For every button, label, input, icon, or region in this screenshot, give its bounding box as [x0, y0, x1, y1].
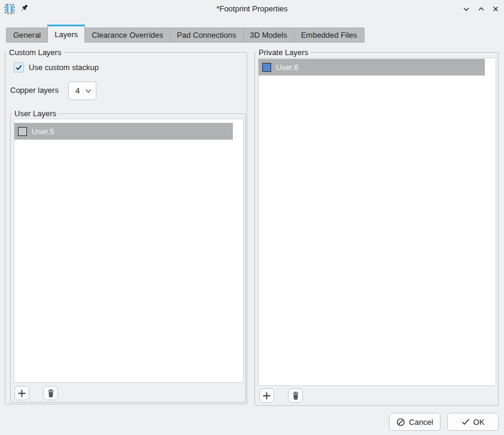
delete-private-layer-button[interactable] [288, 388, 303, 403]
layer-visibility-checkbox[interactable] [18, 127, 27, 136]
ok-button[interactable]: OK [447, 413, 499, 431]
user-layers-list: User.5 [14, 119, 244, 383]
private-layers-group: Private Layers User.6 [254, 52, 499, 406]
layer-color-swatch[interactable] [262, 63, 271, 72]
use-custom-stackup-label: Use custom stackup [29, 63, 99, 72]
use-custom-stackup-checkbox[interactable] [14, 62, 24, 72]
copper-layers-label: Copper layers [10, 86, 59, 95]
maximize-button[interactable] [476, 4, 486, 14]
slash-circle-icon [396, 418, 405, 427]
tab-pad-connections[interactable]: Pad Connections [170, 28, 244, 43]
trash-icon [292, 391, 300, 400]
tab-embedded-files[interactable]: Embedded Files [294, 28, 365, 43]
cancel-button[interactable]: Cancel [389, 413, 441, 431]
ok-label: OK [473, 418, 485, 427]
trash-icon [47, 389, 55, 398]
copper-layers-select[interactable]: 4 [68, 81, 96, 100]
tab-general[interactable]: General [6, 28, 48, 43]
layer-name: User.6 [276, 63, 299, 72]
layer-name: User.5 [32, 127, 54, 136]
add-user-layer-button[interactable] [14, 386, 29, 400]
footprint-properties-dialog: *Footprint Properties General Layers Cle… [0, 0, 504, 435]
chevron-down-icon [85, 89, 92, 93]
copper-layers-value: 4 [75, 86, 80, 95]
tab-layers[interactable]: Layers [47, 25, 85, 43]
window-title: *Footprint Properties [0, 0, 504, 18]
check-icon [462, 418, 470, 425]
minimize-button[interactable] [462, 4, 471, 14]
tab-bar: General Layers Clearance Overrides Pad C… [6, 25, 364, 43]
plus-icon [262, 391, 271, 400]
custom-layers-group-label: Custom Layers [7, 47, 63, 58]
layer-row-user6[interactable]: User.6 [259, 59, 485, 75]
close-icon[interactable] [491, 4, 500, 14]
tab-3d-models[interactable]: 3D Models [243, 28, 294, 43]
delete-user-layer-button[interactable] [43, 386, 58, 400]
tab-clearance-overrides[interactable]: Clearance Overrides [84, 28, 170, 43]
add-private-layer-button[interactable] [259, 388, 274, 403]
layer-row-user5[interactable]: User.5 [14, 123, 233, 140]
titlebar: *Footprint Properties [0, 0, 504, 18]
user-layers-group: User Layers User.5 [10, 113, 246, 403]
use-custom-stackup-row: Use custom stackup [14, 62, 99, 72]
private-layers-list: User.6 [258, 58, 496, 386]
cancel-label: Cancel [409, 418, 433, 427]
private-layers-group-label: Private Layers [256, 47, 311, 58]
plus-icon [17, 389, 26, 398]
user-layers-group-label: User Layers [12, 108, 59, 119]
custom-layers-group: Custom Layers Use custom stackup Copper … [5, 52, 247, 404]
